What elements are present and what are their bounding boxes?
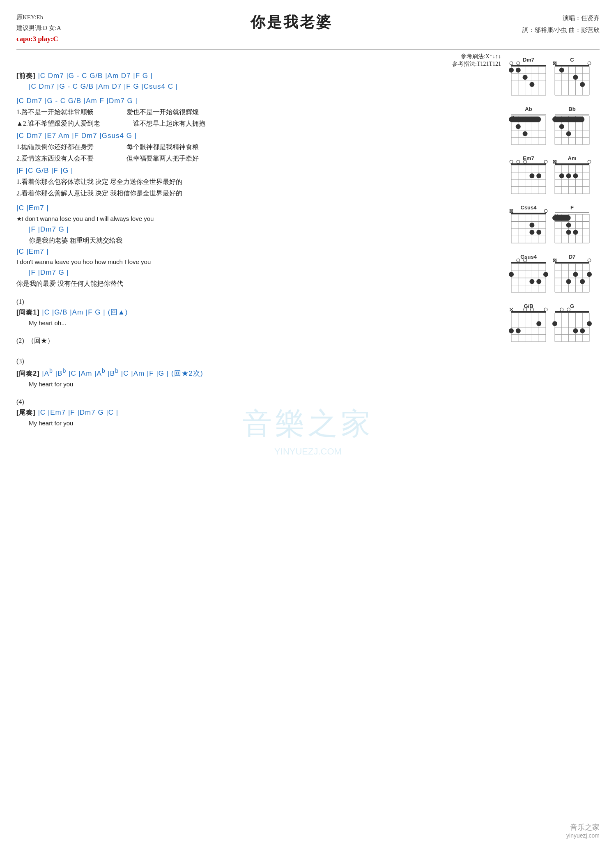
interlude1-number: (1) bbox=[16, 296, 501, 307]
chorus-chord1: |C |Em7 | bbox=[16, 203, 501, 213]
outro-chord: [尾奏] |C |Em7 |F |Dm7 G |C | bbox=[16, 408, 501, 418]
verse1-chord-line: |C Dm7 |G - C G/B |Am F |Dm7 G | bbox=[16, 96, 501, 106]
chorus-section: |C |Em7 | ★I don't wanna lose you and I … bbox=[16, 203, 501, 289]
interlude2-lyrics: My heart for you bbox=[16, 379, 501, 389]
interlude1-section: (1) [间奏1] |C |G/B |Am |F G | (回▲) My hea… bbox=[16, 296, 501, 328]
outro-lyrics: My heart for you bbox=[16, 418, 501, 428]
interlude2-section: (3) [间奏2] |Ab |Bb |C |Am |Ab |Bb |C |Am … bbox=[16, 356, 501, 389]
interlude2-label: [间奏2] bbox=[16, 370, 40, 377]
verse3-lyrics2: 2.看着你那么善解人意让我 决定 我相信你是全世界最好的 bbox=[16, 188, 501, 199]
verse2-lyrics2-left: 2.爱情这东西没有人会不要 bbox=[16, 153, 94, 164]
chorus-lyrics2: 你是我的老婆 粗重明天就交给我 bbox=[16, 235, 501, 246]
verse3-lyrics1: 1.看着你那么包容体谅让我 决定 尽全力送你全世界最好的 bbox=[16, 177, 501, 187]
intro-chords2: |C Dm7 |G - C G/B |Am D7 |F G |Csus4 C | bbox=[29, 83, 178, 90]
intro-chords1: |C Dm7 |G - C G/B |Am D7 |F G | bbox=[38, 72, 153, 80]
footer-logo-en: yinyuezj.com bbox=[566, 832, 600, 839]
interlude1-lyrics: My heart oh... bbox=[16, 318, 501, 328]
score-area: 参考刷法:X↑↓↑↓ 参考指法:T121T121 [前奏] |C Dm7 |G … bbox=[16, 53, 509, 506]
intro-chord-line2: |C Dm7 |G - C G/B |Am D7 |F G |Csus4 C | bbox=[16, 82, 501, 92]
interlude2-chord: [间奏2] |Ab |Bb |C |Am |Ab |Bb |C |Am |F |… bbox=[16, 367, 501, 378]
interlude2-chords: |Ab |Bb |C |Am |Ab |Bb |C |Am |F |G | (回… bbox=[42, 370, 203, 377]
outro-number: (4) bbox=[16, 397, 501, 407]
side-notes: 参考刷法:X↑↓↑↓ 参考指法:T121T121 bbox=[16, 53, 501, 68]
verse2-chord-line: |C Dm7 |E7 Am |F Dm7 |Gsus4 G | bbox=[16, 131, 501, 141]
verse3-chord-line: |F |C G/B |F |G | bbox=[16, 166, 501, 176]
section2-text: (2) （回★） bbox=[16, 335, 501, 346]
verse2-section: |C Dm7 |E7 Am |F Dm7 |Gsus4 G | 1.抛锚跌倒你还… bbox=[16, 131, 501, 163]
outro-chords: |C |Em7 |F |Dm7 G |C | bbox=[38, 409, 118, 416]
verse1-lyrics2-right: 谁不想早上起床有人拥抱 bbox=[133, 118, 205, 129]
verse2-lyrics1-left: 1.抛锚跌倒你还好都在身旁 bbox=[16, 142, 94, 152]
chord-diagrams bbox=[509, 53, 600, 506]
singer: 演唱：任贤齐 bbox=[522, 12, 600, 24]
song-title: 你是我老婆 bbox=[61, 12, 522, 32]
page: 音樂之家 YINYUEZJ.COM 原KEY:Eb 建议男调:D 女:A cap… bbox=[0, 0, 616, 847]
intro-section: [前奏] |C Dm7 |G - C G/B |Am D7 |F G | |C … bbox=[16, 71, 501, 92]
original-key: 原KEY:Eb bbox=[16, 12, 61, 23]
verse1-lyrics1: 1.路不是一开始就非常顺畅 爱也不是一开始就很辉煌 bbox=[16, 107, 501, 117]
verse1-lyrics2: ▲2.谁不希望跟爱的人爱到老 谁不想早上起床有人拥抱 bbox=[16, 118, 501, 129]
strumming-pattern: 参考刷法:X↑↓↑↓ bbox=[16, 53, 501, 60]
header-right: 演唱：任贤齐 詞：邬裕康/小虫 曲：彭营欣 bbox=[522, 12, 600, 36]
lyricist: 詞：邬裕康/小虫 曲：彭营欣 bbox=[522, 24, 600, 36]
interlude1-chords: |C |G/B |Am |F G | (回▲) bbox=[42, 308, 128, 316]
footer-logo: 音乐之家 yinyuezj.com bbox=[566, 822, 600, 839]
chorus-lyrics4: 你是我的最爱 没有任何人能把你替代 bbox=[16, 278, 501, 289]
intro-label: [前奏] bbox=[16, 72, 36, 79]
verse1-lyrics1-left: 1.路不是一开始就非常顺畅 bbox=[16, 107, 94, 117]
chorus-chord3: |C |Em7 | bbox=[16, 247, 501, 257]
verse3-section: |F |C G/B |F |G | 1.看着你那么包容体谅让我 决定 尽全力送你… bbox=[16, 166, 501, 198]
verse2-lyrics1-right: 每个眼神都是我精神食粮 bbox=[126, 142, 199, 152]
capo-info: capo:3 play:C bbox=[16, 33, 61, 45]
footer-logo-cn: 音乐之家 bbox=[566, 822, 600, 832]
outro-section: (4) [尾奏] |C |Em7 |F |Dm7 G |C | My heart… bbox=[16, 397, 501, 428]
fingering-pattern: 参考指法:T121T121 bbox=[16, 60, 501, 68]
verse2-lyrics2-right: 但幸福要靠两人把手牵好 bbox=[126, 153, 199, 164]
chorus-chord2: |F |Dm7 G | bbox=[16, 225, 501, 234]
outro-label: [尾奏] bbox=[16, 409, 36, 416]
chorus-lyrics-star: ★I don't wanna lose you and I will alway… bbox=[16, 214, 501, 224]
intro-chord-line1: [前奏] |C Dm7 |G - C G/B |Am D7 |F G | bbox=[16, 71, 501, 81]
interlude1-chord: [间奏1] |C |G/B |Am |F G | (回▲) bbox=[16, 308, 501, 317]
suggested-key: 建议男调:D 女:A bbox=[16, 23, 61, 34]
chord-canvas bbox=[509, 53, 600, 505]
header: 原KEY:Eb 建议男调:D 女:A capo:3 play:C 你是我老婆 演… bbox=[16, 12, 600, 45]
section2: (2) （回★） bbox=[16, 335, 501, 346]
main-content: 参考刷法:X↑↓↑↓ 参考指法:T121T121 [前奏] |C Dm7 |G … bbox=[16, 53, 600, 506]
chorus-lyrics3: I don't wanna leave you hoo how much I l… bbox=[16, 257, 501, 267]
verse1-lyrics1-right: 爱也不是一开始就很辉煌 bbox=[126, 107, 199, 117]
interlude1-label: [间奏1] bbox=[16, 309, 40, 316]
chorus-chord4: |F |Dm7 G | bbox=[16, 268, 501, 278]
interlude2-number: (3) bbox=[16, 356, 501, 367]
verse1-section: |C Dm7 |G - C G/B |Am F |Dm7 G | 1.路不是一开… bbox=[16, 96, 501, 129]
header-center: 你是我老婆 bbox=[61, 12, 522, 32]
verse1-lyrics2-left: ▲2.谁不希望跟爱的人爱到老 bbox=[16, 118, 100, 129]
verse2-lyrics2: 2.爱情这东西没有人会不要 但幸福要靠两人把手牵好 bbox=[16, 153, 501, 164]
verse2-lyrics1: 1.抛锚跌倒你还好都在身旁 每个眼神都是我精神食粮 bbox=[16, 142, 501, 152]
header-left: 原KEY:Eb 建议男调:D 女:A capo:3 play:C bbox=[16, 12, 61, 45]
